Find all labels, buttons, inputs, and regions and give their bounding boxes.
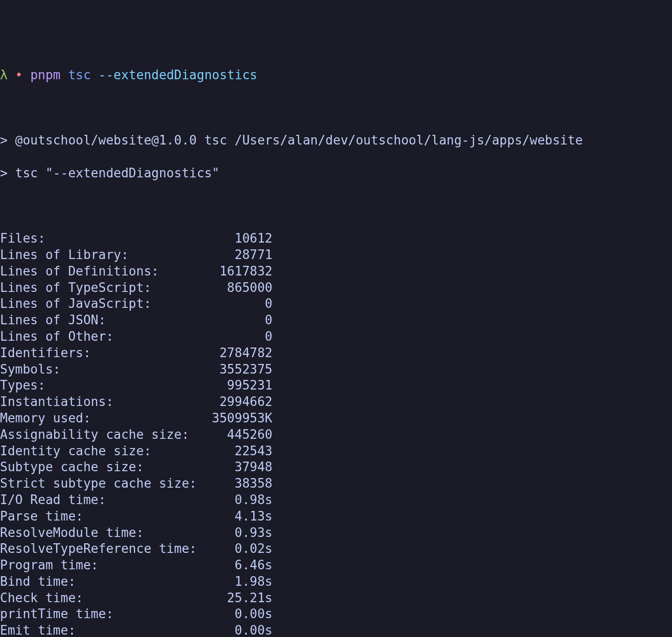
diagnostic-value: 38358 [212, 476, 272, 492]
diagnostic-label: Bind time: [0, 574, 212, 590]
diagnostic-value: 0 [212, 296, 272, 312]
diagnostic-label: Identifiers: [0, 345, 212, 362]
diagnostic-row: Files: 10612 [0, 231, 672, 247]
diagnostic-label: Program time: [0, 557, 212, 574]
diagnostic-value: 4.13s [212, 508, 272, 525]
diagnostic-label: Lines of JSON: [0, 312, 212, 329]
diagnostic-row: Identity cache size: 22543 [0, 443, 672, 460]
diagnostic-row: Instantiations: 2994662 [0, 394, 672, 410]
diagnostic-label: Parse time: [0, 508, 212, 525]
diagnostic-value: 3509953K [212, 410, 272, 427]
diagnostic-value: 445260 [212, 427, 272, 443]
diagnostic-label: ResolveTypeReference time: [0, 541, 212, 557]
diagnostic-label: Strict subtype cache size: [0, 476, 212, 492]
diagnostic-row: printTime time: 0.00s [0, 606, 672, 623]
diagnostic-value: 2994662 [212, 394, 272, 410]
npm-output-line-1: > @outschool/website@1.0.0 tsc /Users/al… [0, 132, 672, 149]
diagnostic-row: Emit time: 0.00s [0, 623, 672, 637]
diagnostic-label: printTime time: [0, 606, 212, 623]
diagnostic-row: Lines of Other: 0 [0, 329, 672, 345]
diagnostic-value: 0.98s [212, 492, 272, 508]
diagnostic-label: Check time: [0, 590, 212, 607]
diagnostic-value: 0.93s [212, 525, 272, 541]
command-tsc: tsc [68, 67, 91, 84]
diagnostic-label: Symbols: [0, 362, 212, 378]
diagnostics-output: Files: 10612Lines of Library: 28771Lines… [0, 231, 672, 637]
diagnostic-row: Lines of Library: 28771 [0, 247, 672, 263]
diagnostic-label: Lines of Library: [0, 247, 212, 263]
prompt-lambda: λ [0, 67, 8, 84]
diagnostic-row: Subtype cache size: 37948 [0, 459, 672, 476]
diagnostic-value: 10612 [212, 231, 272, 247]
diagnostic-row: Symbols: 3552375 [0, 362, 672, 378]
diagnostic-value: 0.02s [212, 541, 272, 557]
diagnostic-label: Instantiations: [0, 394, 212, 410]
diagnostic-label: Identity cache size: [0, 443, 212, 460]
command-pnpm: pnpm [30, 67, 61, 84]
diagnostic-row: Bind time: 1.98s [0, 574, 672, 590]
diagnostic-value: 28771 [212, 247, 272, 263]
diagnostic-row: Identifiers: 2784782 [0, 345, 672, 362]
diagnostic-row: Types: 995231 [0, 377, 672, 394]
diagnostic-value: 0 [212, 312, 272, 329]
diagnostic-label: Lines of Definitions: [0, 263, 212, 280]
diagnostic-value: 25.21s [212, 590, 272, 607]
diagnostic-label: Types: [0, 377, 212, 394]
diagnostic-value: 1617832 [212, 263, 272, 280]
diagnostic-value: 0 [212, 329, 272, 345]
diagnostic-value: 995231 [212, 377, 272, 394]
diagnostic-label: Memory used: [0, 410, 212, 427]
diagnostic-value: 2784782 [212, 345, 272, 362]
diagnostic-label: Assignability cache size: [0, 427, 212, 443]
diagnostic-row: I/O Read time: 0.98s [0, 492, 672, 508]
diagnostic-value: 37948 [212, 459, 272, 476]
blank-line [0, 198, 672, 215]
diagnostic-row: Lines of JavaScript: 0 [0, 296, 672, 312]
diagnostic-label: Lines of Other: [0, 329, 212, 345]
diagnostic-value: 865000 [212, 280, 272, 296]
diagnostic-label: I/O Read time: [0, 492, 212, 508]
diagnostic-row: Assignability cache size: 445260 [0, 427, 672, 443]
prompt-bullet: • [15, 67, 23, 84]
command-flag: --extendedDiagnostics [99, 67, 258, 84]
diagnostic-label: ResolveModule time: [0, 525, 212, 541]
diagnostic-label: Lines of TypeScript: [0, 280, 212, 296]
diagnostic-row: Check time: 25.21s [0, 590, 672, 607]
diagnostic-row: ResolveTypeReference time: 0.02s [0, 541, 672, 557]
diagnostic-row: Lines of Definitions: 1617832 [0, 263, 672, 280]
diagnostic-row: Strict subtype cache size: 38358 [0, 476, 672, 492]
diagnostic-value: 0.00s [212, 606, 272, 623]
diagnostic-label: Lines of JavaScript: [0, 296, 212, 312]
diagnostic-value: 6.46s [212, 557, 272, 574]
diagnostic-label: Emit time: [0, 623, 212, 637]
diagnostic-value: 22543 [212, 443, 272, 460]
diagnostic-row: Parse time: 4.13s [0, 508, 672, 525]
diagnostic-row: Lines of JSON: 0 [0, 312, 672, 329]
diagnostic-row: Memory used: 3509953K [0, 410, 672, 427]
diagnostic-value: 3552375 [212, 362, 272, 378]
blank-line [0, 100, 672, 116]
diagnostic-row: Lines of TypeScript: 865000 [0, 280, 672, 296]
diagnostic-label: Files: [0, 231, 212, 247]
diagnostic-value: 1.98s [212, 574, 272, 590]
diagnostic-row: ResolveModule time: 0.93s [0, 525, 672, 541]
diagnostic-value: 0.00s [212, 623, 272, 637]
diagnostic-label: Subtype cache size: [0, 459, 212, 476]
npm-output-line-2: > tsc "--extendedDiagnostics" [0, 165, 672, 182]
diagnostic-row: Program time: 6.46s [0, 557, 672, 574]
terminal-prompt[interactable]: λ • pnpm tsc --extendedDiagnostics [0, 67, 672, 84]
